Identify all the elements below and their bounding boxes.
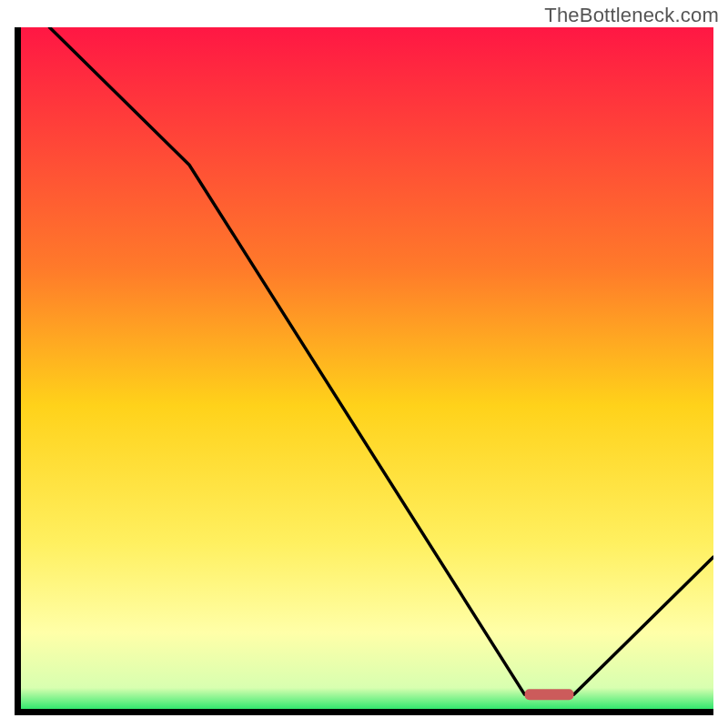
chart-frame: TheBottleneck.com	[0, 0, 728, 728]
watermark-text: TheBottleneck.com	[544, 4, 719, 27]
axes-border	[15, 27, 713, 715]
